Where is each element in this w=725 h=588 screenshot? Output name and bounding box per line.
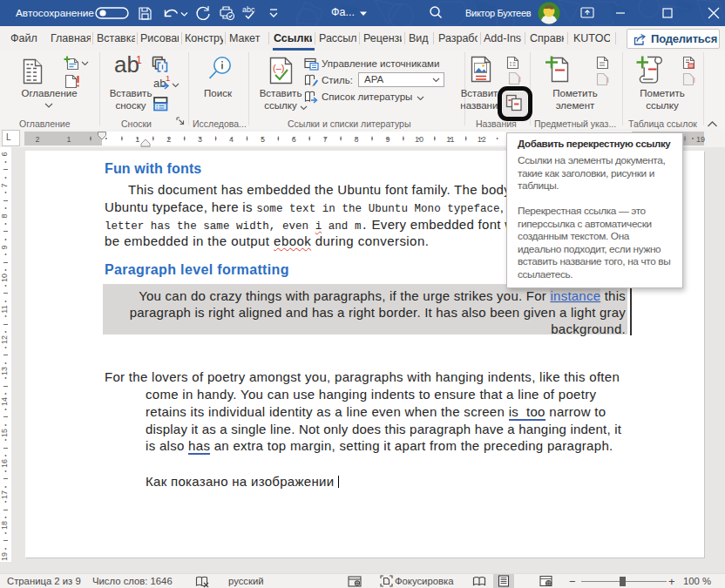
svg-text:1: 1 — [66, 135, 71, 144]
svg-text:19: 19 — [696, 135, 705, 144]
svg-text:(–): (–) — [273, 63, 284, 73]
svg-text:2: 2 — [36, 135, 40, 144]
